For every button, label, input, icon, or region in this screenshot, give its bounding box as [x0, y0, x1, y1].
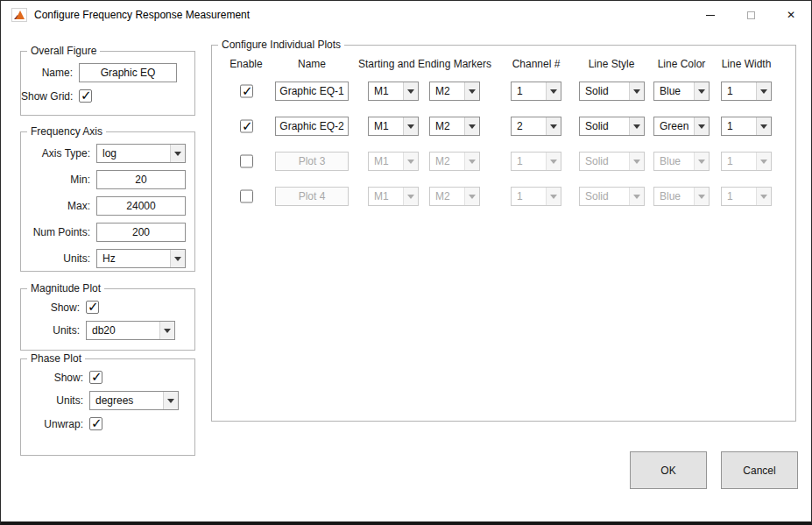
plot-enable-checkbox[interactable]: [240, 85, 253, 98]
line-color-select[interactable]: Blue: [653, 152, 710, 171]
end-marker-select[interactable]: M2: [429, 117, 480, 136]
num-points-input[interactable]: [96, 223, 186, 242]
form-row: Name:: [21, 63, 194, 82]
form-row: Show:: [21, 371, 194, 384]
line-style-value: Solid: [580, 188, 629, 205]
minimize-button[interactable]: [690, 1, 731, 29]
start-marker-select[interactable]: M1: [368, 152, 419, 171]
phase-plot-group-title: Phase Plot: [27, 352, 85, 365]
magnitude-show-checkbox[interactable]: [86, 301, 99, 314]
line-color-select[interactable]: Blue: [653, 187, 710, 206]
chevron-down-icon: [170, 145, 185, 162]
individual-plots-group: Configure Individual Plots Enable Name S…: [211, 45, 796, 422]
line-width-value: 1: [722, 153, 756, 170]
header-channel: Channel #: [502, 58, 570, 70]
line-style-select[interactable]: Solid: [579, 152, 645, 171]
freq-units-select[interactable]: Hz: [96, 249, 186, 268]
line-style-select[interactable]: Solid: [579, 117, 645, 136]
form-row: Show Grid:: [21, 89, 194, 103]
close-icon: ✕: [787, 10, 795, 20]
line-width-value: 1: [722, 82, 756, 100]
chevron-down-icon: [403, 188, 418, 205]
phase-unwrap-label: Unwrap:: [21, 418, 89, 430]
start-marker-select[interactable]: M1: [368, 187, 419, 206]
header-line-style: Line Style: [576, 58, 646, 70]
cancel-button[interactable]: Cancel: [721, 451, 798, 489]
magnitude-units-label: Units:: [21, 324, 86, 337]
phase-unwrap-checkbox[interactable]: [89, 417, 102, 430]
magnitude-plot-group-title: Magnitude Plot: [27, 282, 104, 295]
magnitude-units-select[interactable]: db20: [86, 321, 175, 340]
titlebar: Configure Frequency Response Measurement…: [1, 1, 811, 29]
line-color-value: Green: [654, 117, 694, 135]
plot-row: M1 M2 1 Solid Blue 1: [212, 144, 795, 179]
chevron-down-icon: [403, 153, 418, 170]
chevron-down-icon: [403, 82, 418, 100]
plot-name-input[interactable]: [275, 187, 349, 206]
header-line-width: Line Width: [712, 58, 780, 70]
plot-name-input[interactable]: [275, 152, 349, 171]
line-width-select[interactable]: 1: [721, 82, 772, 101]
header-markers: Starting and Ending Markers: [352, 58, 498, 70]
close-button[interactable]: ✕: [771, 1, 811, 29]
phase-units-select[interactable]: degrees: [89, 391, 179, 410]
chevron-down-icon: [170, 250, 185, 267]
chevron-down-icon: [629, 82, 644, 100]
phase-show-checkbox[interactable]: [89, 371, 102, 384]
freq-min-label: Min:: [21, 174, 96, 186]
ok-button[interactable]: OK: [630, 451, 707, 489]
chevron-down-icon: [163, 392, 178, 409]
end-marker-select[interactable]: M2: [429, 152, 480, 171]
start-marker-select[interactable]: M1: [368, 82, 419, 101]
plot-enable-checkbox[interactable]: [240, 155, 253, 168]
window-controls: ✕: [690, 1, 811, 29]
plot-name-input[interactable]: [275, 117, 349, 136]
dialog-window: Configure Frequency Response Measurement…: [0, 0, 812, 525]
figure-name-input[interactable]: [79, 63, 177, 82]
magnitude-show-label: Show:: [21, 302, 86, 314]
freq-max-input[interactable]: [96, 196, 186, 216]
start-marker-value: M1: [369, 82, 403, 100]
chevron-down-icon: [546, 117, 561, 135]
line-style-select[interactable]: Solid: [579, 82, 645, 101]
line-style-value: Solid: [580, 117, 629, 135]
freq-min-input[interactable]: [96, 170, 186, 189]
line-width-select[interactable]: 1: [721, 152, 772, 171]
phase-show-label: Show:: [21, 372, 89, 384]
plot-name-input[interactable]: [275, 82, 349, 101]
chevron-down-icon: [694, 188, 709, 205]
figure-name-label: Name:: [21, 67, 79, 79]
end-marker-select[interactable]: M2: [429, 187, 480, 206]
line-color-value: Blue: [654, 153, 694, 170]
chevron-down-icon: [756, 153, 771, 170]
form-row: Units: db20: [21, 321, 194, 340]
channel-select[interactable]: 1: [511, 152, 561, 171]
end-marker-select[interactable]: M2: [429, 82, 480, 101]
end-marker-value: M2: [430, 153, 464, 170]
frequency-axis-group: Frequency Axis Axis Type: log Min: Max: …: [20, 131, 195, 272]
maximize-button[interactable]: [731, 1, 771, 29]
plots-table-header: Enable Name Starting and Ending Markers …: [212, 58, 795, 74]
line-color-select[interactable]: Blue: [653, 82, 710, 101]
channel-value: 1: [512, 153, 546, 170]
plot-row: M1 M2 2 Solid Green 1: [212, 109, 795, 144]
chevron-down-icon: [756, 188, 771, 205]
chevron-down-icon: [629, 188, 644, 205]
form-row: Axis Type: log: [21, 144, 194, 163]
channel-select[interactable]: 1: [511, 82, 561, 101]
plot-enable-checkbox[interactable]: [240, 190, 253, 203]
plot-enable-checkbox[interactable]: [240, 120, 253, 133]
axis-type-select[interactable]: log: [96, 144, 186, 163]
line-style-select[interactable]: Solid: [579, 187, 645, 206]
line-width-select[interactable]: 1: [721, 117, 772, 136]
line-width-select[interactable]: 1: [721, 187, 772, 206]
channel-select[interactable]: 1: [511, 187, 561, 206]
channel-select[interactable]: 2: [511, 117, 561, 136]
show-grid-checkbox[interactable]: [79, 89, 92, 103]
line-width-value: 1: [722, 188, 756, 205]
chevron-down-icon: [694, 153, 709, 170]
line-color-select[interactable]: Green: [653, 117, 710, 136]
start-marker-select[interactable]: M1: [368, 117, 419, 136]
chevron-down-icon: [756, 82, 771, 100]
magnitude-units-value: db20: [87, 322, 159, 339]
